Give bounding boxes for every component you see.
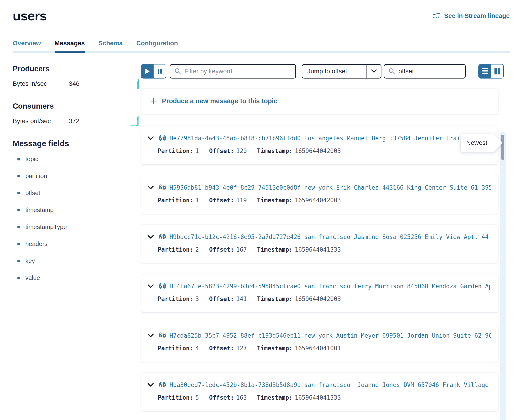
field-item-value[interactable]: value (13, 275, 140, 282)
offset-value: 127 (236, 345, 247, 352)
bullet-icon (17, 192, 20, 194)
bullet-icon (17, 243, 20, 245)
message-row: �� Hba30eed7-1edc-452b-8b1a-738d3b5d8a9a… (141, 372, 498, 411)
offset-value: 141 (236, 296, 247, 302)
message-row-header[interactable]: �� H5936db81-b943-4e0f-8c29-74513e0c0d8f… (147, 184, 491, 191)
bytes-in-label: Bytes in/sec (13, 80, 69, 87)
chevron-down-icon[interactable] (147, 186, 154, 190)
field-item-key[interactable]: key (13, 257, 140, 264)
message-meta: Partition:3 Offset:141 Timestamp:1659644… (147, 296, 491, 302)
key-prefix-glyphs: �� (159, 135, 166, 142)
column-view-icon (494, 68, 500, 75)
filter-input[interactable] (184, 68, 291, 75)
message-row-header[interactable]: �� He77981da-4a43-48ab-b8f8-cb71b96ffdd0… (147, 135, 491, 142)
chevron-down-icon[interactable] (147, 284, 154, 288)
message-key: He77981da-4a43-48ab-b8f8-cb71b96ffdd0 lo… (169, 135, 491, 142)
field-item-timestamp[interactable]: timestamp (13, 207, 140, 214)
tab-overview[interactable]: Overview (13, 40, 41, 47)
message-row: �� H5936db81-b943-4e0f-8c29-74513e0c0d8f… (141, 175, 498, 214)
message-key: H5936db81-b943-4e0f-8c29-74513e0c0d8f ne… (169, 184, 491, 191)
field-item-topic[interactable]: topic (13, 156, 140, 163)
offset-value: 120 (236, 148, 247, 154)
messages-toolbar: Jump to offset (141, 64, 498, 79)
offset-input[interactable] (398, 68, 461, 75)
bullet-icon (17, 260, 20, 262)
chevron-down-icon[interactable] (147, 235, 154, 239)
stream-lineage-link[interactable]: See in Stream lineage (433, 12, 510, 19)
key-prefix-glyphs: �� (159, 184, 166, 191)
bytes-in-stat: Bytes in/sec 346 (13, 78, 140, 89)
pause-icon (157, 68, 162, 74)
partition-value: 2 (195, 246, 199, 253)
message-row-header[interactable]: �� Hba30eed7-1edc-452b-8b1a-738d3b5d8a9a… (147, 382, 491, 388)
key-prefix-glyphs: �� (159, 283, 166, 290)
key-prefix-glyphs: �� (159, 382, 166, 388)
bullet-icon (17, 277, 20, 279)
partition-value: 1 (195, 148, 199, 154)
list-view-button[interactable] (479, 65, 491, 78)
topbar: users See in Stream lineage (13, 9, 510, 23)
field-item-partition[interactable]: partition (13, 173, 140, 180)
message-list: �� He77981da-4a43-48ab-b8f8-cb71b96ffdd0… (141, 126, 498, 411)
message-meta: Partition:2 Offset:167 Timestamp:1659644… (147, 246, 491, 253)
consumers-heading: Consumers (13, 102, 140, 110)
chevron-down-icon[interactable] (147, 334, 154, 338)
sidebar: Producers Bytes in/sec 346 Consumers Byt… (13, 53, 141, 292)
partition-value: 5 (195, 394, 199, 401)
partition-value: 3 (195, 296, 199, 302)
bytes-out-stat: Bytes out/sec 372 (13, 115, 140, 127)
stream-lineage-icon (433, 12, 441, 19)
key-prefix-glyphs: �� (159, 233, 166, 240)
message-key: H14fa67fe-5823-4299-b3c4-595845cfcae0 sa… (169, 283, 491, 290)
search-icon (174, 68, 181, 75)
messages-scrollbar-track[interactable] (500, 132, 506, 420)
message-row-header[interactable]: �� H14fa67fe-5823-4299-b3c4-595845cfcae0… (147, 283, 491, 290)
messages-scrollbar-thumb[interactable] (501, 135, 504, 160)
filter-search-box (170, 64, 296, 79)
main-panel: Jump to offset (141, 53, 498, 411)
timestamp-value: 1659644042003 (295, 296, 341, 302)
topic-page: users See in Stream lineage Overview Mes… (0, 0, 516, 420)
field-item-timestampType[interactable]: timestampType (13, 224, 140, 231)
message-meta: Partition:4 Offset:127 Timestamp:1659644… (147, 345, 491, 352)
field-item-offset[interactable]: offset (13, 190, 140, 197)
message-key: Hba30eed7-1edc-452b-8b1a-738d3b5d8a9a sa… (169, 382, 491, 388)
bullet-icon (17, 226, 20, 228)
jump-to-offset-label: Jump to offset (302, 65, 367, 78)
page-title: users (13, 9, 47, 23)
tab-bar: Overview Messages Schema Configuration (13, 40, 510, 53)
play-button[interactable] (141, 65, 154, 78)
bytes-in-value: 346 (69, 80, 79, 87)
content: Producers Bytes in/sec 346 Consumers Byt… (13, 53, 510, 411)
produce-message-button[interactable]: Produce a new message to this topic (141, 88, 498, 114)
bullet-icon (17, 158, 20, 160)
play-icon (145, 68, 150, 74)
message-row-header[interactable]: �� H7cda825b-35b7-4952-88ef-c193d546eb11… (147, 332, 491, 339)
live-consume-toggle (141, 64, 166, 79)
tab-schema[interactable]: Schema (98, 40, 123, 47)
chevron-down-icon[interactable] (147, 383, 154, 387)
field-item-headers[interactable]: headers (13, 240, 140, 248)
pause-button[interactable] (154, 65, 166, 78)
partition-value: 4 (195, 345, 199, 352)
producers-heading: Producers (13, 65, 140, 73)
tab-messages[interactable]: Messages (54, 40, 85, 47)
chevron-down-icon[interactable] (147, 136, 154, 140)
partition-value: 1 (195, 197, 199, 204)
message-meta: Partition:5 Offset:163 Timestamp:1659644… (147, 394, 491, 401)
message-key: H9bacc71c-b12c-4216-8e95-2a7da727e426 sa… (169, 233, 491, 240)
bytes-in-sparkline (130, 78, 140, 89)
bytes-out-value: 372 (69, 117, 79, 125)
column-view-button[interactable] (491, 65, 503, 78)
offset-value: 167 (236, 246, 247, 253)
jump-to-offset-select[interactable]: Jump to offset (302, 64, 381, 79)
stream-lineage-label: See in Stream lineage (444, 12, 510, 19)
bytes-out-label: Bytes out/sec (13, 117, 69, 125)
offset-search-box (384, 64, 466, 79)
tab-configuration[interactable]: Configuration (136, 40, 178, 47)
list-view-icon (482, 68, 488, 74)
offset-value: 119 (236, 197, 247, 204)
message-key: H7cda825b-35b7-4952-88ef-c193d546eb11 ne… (169, 332, 491, 339)
timestamp-value: 1659644041333 (295, 394, 341, 401)
message-row-header[interactable]: �� H9bacc71c-b12c-4216-8e95-2a7da727e426… (147, 233, 491, 240)
